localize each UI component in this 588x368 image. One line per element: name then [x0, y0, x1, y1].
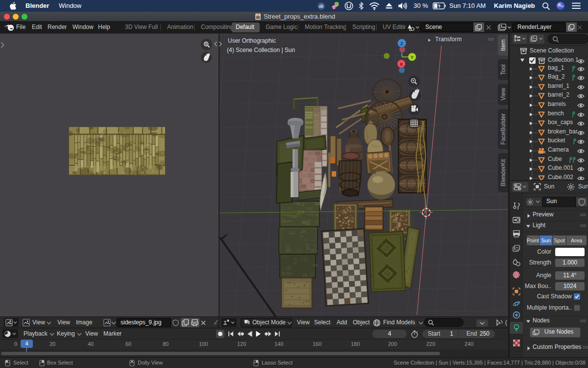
svg-text:X: X — [400, 61, 403, 67]
svg-text:Z: Z — [400, 41, 403, 46]
svg-text:Y: Y — [411, 54, 414, 60]
